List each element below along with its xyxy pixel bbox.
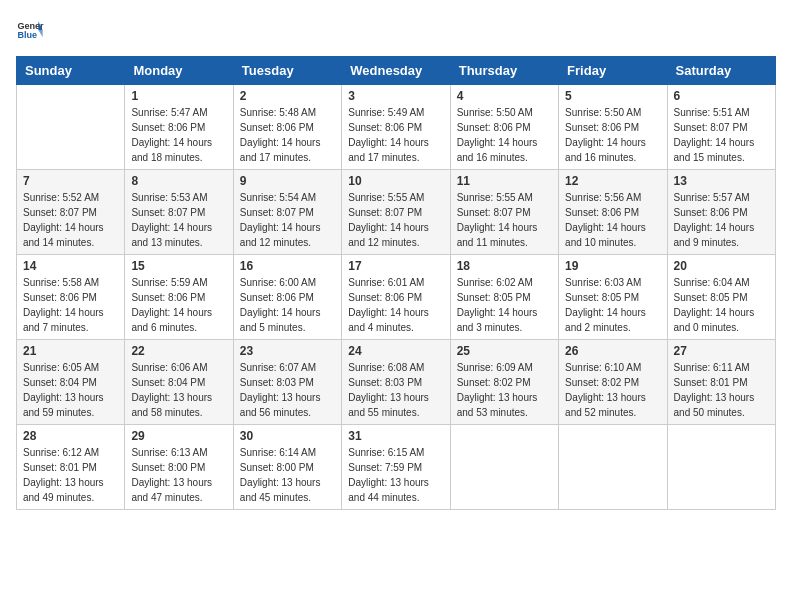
day-number: 25 [457, 344, 552, 358]
calendar-cell: 27Sunrise: 6:11 AM Sunset: 8:01 PM Dayli… [667, 340, 775, 425]
day-info: Sunrise: 5:48 AM Sunset: 8:06 PM Dayligh… [240, 105, 335, 165]
calendar-cell [450, 425, 558, 510]
calendar-cell: 17Sunrise: 6:01 AM Sunset: 8:06 PM Dayli… [342, 255, 450, 340]
day-info: Sunrise: 6:12 AM Sunset: 8:01 PM Dayligh… [23, 445, 118, 505]
calendar-cell: 9Sunrise: 5:54 AM Sunset: 8:07 PM Daylig… [233, 170, 341, 255]
header-monday: Monday [125, 57, 233, 85]
calendar-cell: 23Sunrise: 6:07 AM Sunset: 8:03 PM Dayli… [233, 340, 341, 425]
svg-marker-3 [38, 30, 42, 37]
day-number: 16 [240, 259, 335, 273]
calendar-cell: 7Sunrise: 5:52 AM Sunset: 8:07 PM Daylig… [17, 170, 125, 255]
svg-text:Blue: Blue [17, 30, 37, 40]
day-number: 22 [131, 344, 226, 358]
day-info: Sunrise: 5:47 AM Sunset: 8:06 PM Dayligh… [131, 105, 226, 165]
day-number: 31 [348, 429, 443, 443]
day-info: Sunrise: 5:59 AM Sunset: 8:06 PM Dayligh… [131, 275, 226, 335]
day-number: 9 [240, 174, 335, 188]
calendar-cell: 29Sunrise: 6:13 AM Sunset: 8:00 PM Dayli… [125, 425, 233, 510]
header-thursday: Thursday [450, 57, 558, 85]
calendar-table: SundayMondayTuesdayWednesdayThursdayFrid… [16, 56, 776, 510]
day-number: 12 [565, 174, 660, 188]
calendar-cell: 28Sunrise: 6:12 AM Sunset: 8:01 PM Dayli… [17, 425, 125, 510]
day-number: 20 [674, 259, 769, 273]
day-number: 29 [131, 429, 226, 443]
day-number: 15 [131, 259, 226, 273]
day-number: 4 [457, 89, 552, 103]
day-info: Sunrise: 5:57 AM Sunset: 8:06 PM Dayligh… [674, 190, 769, 250]
calendar-cell: 24Sunrise: 6:08 AM Sunset: 8:03 PM Dayli… [342, 340, 450, 425]
calendar-cell [667, 425, 775, 510]
calendar-week-3: 14Sunrise: 5:58 AM Sunset: 8:06 PM Dayli… [17, 255, 776, 340]
calendar-cell [559, 425, 667, 510]
calendar-cell: 4Sunrise: 5:50 AM Sunset: 8:06 PM Daylig… [450, 85, 558, 170]
calendar-cell: 22Sunrise: 6:06 AM Sunset: 8:04 PM Dayli… [125, 340, 233, 425]
day-info: Sunrise: 6:04 AM Sunset: 8:05 PM Dayligh… [674, 275, 769, 335]
calendar-cell: 25Sunrise: 6:09 AM Sunset: 8:02 PM Dayli… [450, 340, 558, 425]
day-info: Sunrise: 6:11 AM Sunset: 8:01 PM Dayligh… [674, 360, 769, 420]
calendar-cell: 15Sunrise: 5:59 AM Sunset: 8:06 PM Dayli… [125, 255, 233, 340]
day-number: 28 [23, 429, 118, 443]
calendar-cell: 8Sunrise: 5:53 AM Sunset: 8:07 PM Daylig… [125, 170, 233, 255]
day-number: 21 [23, 344, 118, 358]
day-info: Sunrise: 5:51 AM Sunset: 8:07 PM Dayligh… [674, 105, 769, 165]
header-friday: Friday [559, 57, 667, 85]
day-number: 30 [240, 429, 335, 443]
calendar-cell: 1Sunrise: 5:47 AM Sunset: 8:06 PM Daylig… [125, 85, 233, 170]
day-info: Sunrise: 6:03 AM Sunset: 8:05 PM Dayligh… [565, 275, 660, 335]
day-number: 5 [565, 89, 660, 103]
header-tuesday: Tuesday [233, 57, 341, 85]
day-info: Sunrise: 5:54 AM Sunset: 8:07 PM Dayligh… [240, 190, 335, 250]
day-info: Sunrise: 6:09 AM Sunset: 8:02 PM Dayligh… [457, 360, 552, 420]
day-number: 13 [674, 174, 769, 188]
day-number: 1 [131, 89, 226, 103]
calendar-cell: 19Sunrise: 6:03 AM Sunset: 8:05 PM Dayli… [559, 255, 667, 340]
header-wednesday: Wednesday [342, 57, 450, 85]
day-info: Sunrise: 6:13 AM Sunset: 8:00 PM Dayligh… [131, 445, 226, 505]
calendar-week-5: 28Sunrise: 6:12 AM Sunset: 8:01 PM Dayli… [17, 425, 776, 510]
day-number: 19 [565, 259, 660, 273]
day-number: 10 [348, 174, 443, 188]
calendar-cell: 2Sunrise: 5:48 AM Sunset: 8:06 PM Daylig… [233, 85, 341, 170]
calendar-cell: 10Sunrise: 5:55 AM Sunset: 8:07 PM Dayli… [342, 170, 450, 255]
day-info: Sunrise: 5:49 AM Sunset: 8:06 PM Dayligh… [348, 105, 443, 165]
day-number: 3 [348, 89, 443, 103]
calendar-cell: 11Sunrise: 5:55 AM Sunset: 8:07 PM Dayli… [450, 170, 558, 255]
day-number: 23 [240, 344, 335, 358]
day-info: Sunrise: 6:10 AM Sunset: 8:02 PM Dayligh… [565, 360, 660, 420]
calendar-cell: 16Sunrise: 6:00 AM Sunset: 8:06 PM Dayli… [233, 255, 341, 340]
day-number: 2 [240, 89, 335, 103]
day-info: Sunrise: 6:01 AM Sunset: 8:06 PM Dayligh… [348, 275, 443, 335]
calendar-header-row: SundayMondayTuesdayWednesdayThursdayFrid… [17, 57, 776, 85]
calendar-cell: 30Sunrise: 6:14 AM Sunset: 8:00 PM Dayli… [233, 425, 341, 510]
page-header: General Blue [16, 16, 776, 44]
calendar-cell: 14Sunrise: 5:58 AM Sunset: 8:06 PM Dayli… [17, 255, 125, 340]
calendar-cell [17, 85, 125, 170]
calendar-cell: 21Sunrise: 6:05 AM Sunset: 8:04 PM Dayli… [17, 340, 125, 425]
calendar-week-2: 7Sunrise: 5:52 AM Sunset: 8:07 PM Daylig… [17, 170, 776, 255]
day-info: Sunrise: 6:08 AM Sunset: 8:03 PM Dayligh… [348, 360, 443, 420]
day-info: Sunrise: 5:55 AM Sunset: 8:07 PM Dayligh… [348, 190, 443, 250]
day-number: 17 [348, 259, 443, 273]
day-info: Sunrise: 6:02 AM Sunset: 8:05 PM Dayligh… [457, 275, 552, 335]
day-info: Sunrise: 5:58 AM Sunset: 8:06 PM Dayligh… [23, 275, 118, 335]
calendar-cell: 3Sunrise: 5:49 AM Sunset: 8:06 PM Daylig… [342, 85, 450, 170]
day-number: 14 [23, 259, 118, 273]
day-info: Sunrise: 6:05 AM Sunset: 8:04 PM Dayligh… [23, 360, 118, 420]
day-info: Sunrise: 5:56 AM Sunset: 8:06 PM Dayligh… [565, 190, 660, 250]
calendar-cell: 5Sunrise: 5:50 AM Sunset: 8:06 PM Daylig… [559, 85, 667, 170]
day-number: 6 [674, 89, 769, 103]
calendar-cell: 26Sunrise: 6:10 AM Sunset: 8:02 PM Dayli… [559, 340, 667, 425]
calendar-cell: 31Sunrise: 6:15 AM Sunset: 7:59 PM Dayli… [342, 425, 450, 510]
logo-icon: General Blue [16, 16, 44, 44]
day-info: Sunrise: 6:07 AM Sunset: 8:03 PM Dayligh… [240, 360, 335, 420]
day-number: 8 [131, 174, 226, 188]
calendar-cell: 20Sunrise: 6:04 AM Sunset: 8:05 PM Dayli… [667, 255, 775, 340]
day-number: 18 [457, 259, 552, 273]
day-info: Sunrise: 6:06 AM Sunset: 8:04 PM Dayligh… [131, 360, 226, 420]
day-info: Sunrise: 5:55 AM Sunset: 8:07 PM Dayligh… [457, 190, 552, 250]
calendar-cell: 12Sunrise: 5:56 AM Sunset: 8:06 PM Dayli… [559, 170, 667, 255]
calendar-week-1: 1Sunrise: 5:47 AM Sunset: 8:06 PM Daylig… [17, 85, 776, 170]
calendar-cell: 18Sunrise: 6:02 AM Sunset: 8:05 PM Dayli… [450, 255, 558, 340]
day-number: 24 [348, 344, 443, 358]
calendar-week-4: 21Sunrise: 6:05 AM Sunset: 8:04 PM Dayli… [17, 340, 776, 425]
